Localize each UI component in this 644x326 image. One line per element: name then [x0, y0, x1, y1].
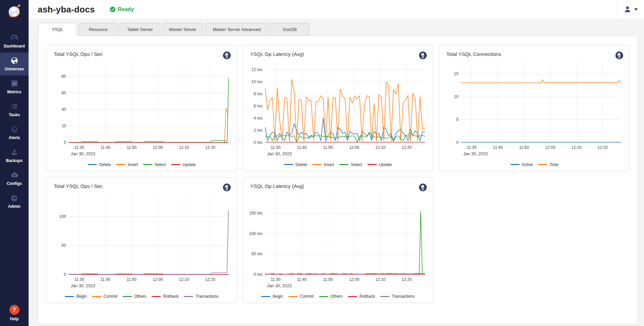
gear-icon — [10, 194, 19, 202]
legend-item[interactable]: Total — [538, 162, 558, 167]
chart-title: YSQL Op Latency (Avg) — [250, 183, 304, 189]
sidebar-item-tasks[interactable]: Tasks — [0, 98, 29, 121]
legend-item[interactable]: Insert — [312, 162, 334, 167]
prometheus-link-icon[interactable] — [419, 183, 427, 192]
sidebar-item-label: Dashboard — [4, 44, 25, 48]
sidebar-item-admin[interactable]: Admin — [0, 190, 29, 213]
legend-swatch — [510, 164, 520, 165]
gauge-icon — [10, 33, 19, 42]
sidebar-item-help[interactable]: ? Help — [0, 301, 29, 326]
legend-item[interactable]: Delete — [88, 162, 111, 167]
legend-label: Insert — [128, 162, 138, 167]
chart-panel: YSQL Op Latency (Avg) 11:3011:4011:5012:… — [243, 177, 433, 303]
charts-grid: Total YSQL Ops / Sec 11:3011:4011:5012:0… — [46, 45, 630, 303]
metrics-tabs: YSQL Resource Tablet Server Master Serve… — [38, 23, 638, 36]
prometheus-link-icon[interactable] — [419, 51, 427, 60]
legend-swatch — [92, 296, 101, 297]
svg-text:12:00: 12:00 — [153, 145, 163, 150]
prometheus-link-icon[interactable] — [615, 51, 623, 60]
prometheus-link-icon[interactable] — [223, 183, 231, 192]
svg-text:12:00: 12:00 — [153, 277, 163, 282]
user-menu[interactable] — [616, 0, 644, 19]
svg-text:20: 20 — [62, 124, 66, 128]
svg-text:150 ms: 150 ms — [249, 211, 262, 216]
chart-title: Total YSQL Ops / Sec — [54, 183, 103, 189]
main-area: ash-yba-docs Ready YSQL Resource Tablet … — [29, 0, 644, 326]
legend-swatch — [261, 296, 270, 297]
legend-item[interactable]: Begin — [261, 294, 283, 299]
yugabyte-logo[interactable] — [0, 0, 29, 21]
backup-upload-icon — [10, 148, 19, 157]
svg-text:11:30: 11:30 — [271, 277, 281, 282]
legend-label: Begin — [76, 294, 87, 299]
legend-item[interactable]: Commit — [289, 294, 314, 299]
legend-swatch — [184, 296, 193, 297]
legend-item[interactable]: Update — [171, 162, 196, 167]
help-label: Help — [10, 317, 18, 321]
sidebar-item-universes[interactable]: Universes — [0, 53, 29, 75]
legend-label: Transactions — [392, 294, 415, 299]
sidebar-item-label: Universes — [5, 67, 24, 71]
tab-content-card: Total YSQL Ops / Sec 11:3011:4011:5012:0… — [38, 36, 638, 325]
prometheus-link-icon[interactable] — [223, 51, 231, 60]
legend-item[interactable]: Rollback — [152, 294, 179, 299]
legend-label: Total — [550, 162, 558, 167]
sidebar-item-metrics[interactable]: Metrics — [0, 75, 29, 98]
legend-label: Delete — [99, 162, 111, 167]
tab-resource[interactable]: Resource — [79, 23, 118, 36]
chart-legend: ActiveTotal — [444, 162, 624, 169]
svg-text:0: 0 — [456, 140, 459, 145]
chart-title: YSQL Op Latency (Avg) — [250, 51, 304, 57]
legend-item[interactable]: Insert — [116, 162, 138, 167]
tab-master-server-advanced[interactable]: Master Server Advanced — [205, 23, 269, 36]
legend-item[interactable]: Active — [510, 162, 533, 167]
legend-item[interactable]: Rollback — [348, 294, 375, 299]
svg-text:100: 100 — [59, 214, 66, 219]
legend-item[interactable]: Select — [143, 162, 166, 167]
check-circle-icon — [110, 6, 116, 12]
sidebar-item-label: Configs — [7, 181, 22, 186]
legend-item[interactable]: Begin — [65, 294, 87, 299]
legend-item[interactable]: Others — [319, 294, 343, 299]
tab-master-server[interactable]: Master Server — [162, 23, 203, 36]
legend-label: Select — [155, 162, 166, 167]
legend-item[interactable]: Commit — [92, 294, 117, 299]
svg-text:12:10: 12:10 — [375, 145, 386, 150]
legend-swatch — [152, 296, 161, 297]
tab-docdb[interactable]: DocDB — [270, 23, 309, 36]
sidebar-item-backups[interactable]: Backups — [0, 144, 29, 167]
legend-item[interactable]: Delete — [284, 162, 307, 167]
svg-text:11:50: 11:50 — [127, 277, 137, 282]
svg-text:11:40: 11:40 — [101, 145, 111, 150]
svg-text:6 ms: 6 ms — [254, 104, 262, 108]
sidebar-item-dashboard[interactable]: Dashboard — [0, 30, 29, 53]
svg-text:12:00: 12:00 — [545, 145, 556, 150]
chart-canvas: 11:3011:4011:5012:0012:1012:20020406080J… — [52, 60, 232, 162]
svg-text:100 ms: 100 ms — [249, 231, 262, 236]
legend-item[interactable]: Update — [368, 162, 392, 167]
legend-swatch — [88, 164, 97, 165]
svg-text:11:30: 11:30 — [74, 277, 84, 282]
svg-text:60: 60 — [62, 91, 66, 95]
svg-text:Jan 30, 2023: Jan 30, 2023 — [463, 152, 488, 156]
svg-text:50 ms: 50 ms — [251, 252, 262, 256]
sidebar-item-label: Admin — [8, 204, 21, 209]
legend-label: Others — [134, 294, 146, 299]
status-badge: Ready — [110, 6, 134, 12]
legend-item[interactable]: Others — [123, 294, 146, 299]
tab-tablet-server[interactable]: Tablet Server — [119, 23, 160, 36]
header: ash-yba-docs Ready — [29, 0, 644, 19]
sidebar-item-label: Tasks — [9, 112, 20, 117]
svg-text:0: 0 — [64, 272, 66, 277]
legend-item[interactable]: Transactions — [380, 294, 415, 299]
sidebar-item-alerts[interactable]: Alerts — [0, 121, 29, 144]
svg-text:11:40: 11:40 — [297, 145, 307, 150]
tab-ysql[interactable]: YSQL — [38, 23, 77, 36]
legend-item[interactable]: Select — [339, 162, 362, 167]
legend-label: Rollback — [163, 294, 179, 299]
sidebar-item-configs[interactable]: Configs — [0, 167, 29, 190]
list-icon — [10, 102, 19, 111]
sidebar-item-label: Backups — [6, 158, 23, 163]
legend-item[interactable]: Transactions — [184, 294, 218, 299]
svg-text:11:40: 11:40 — [493, 145, 503, 150]
